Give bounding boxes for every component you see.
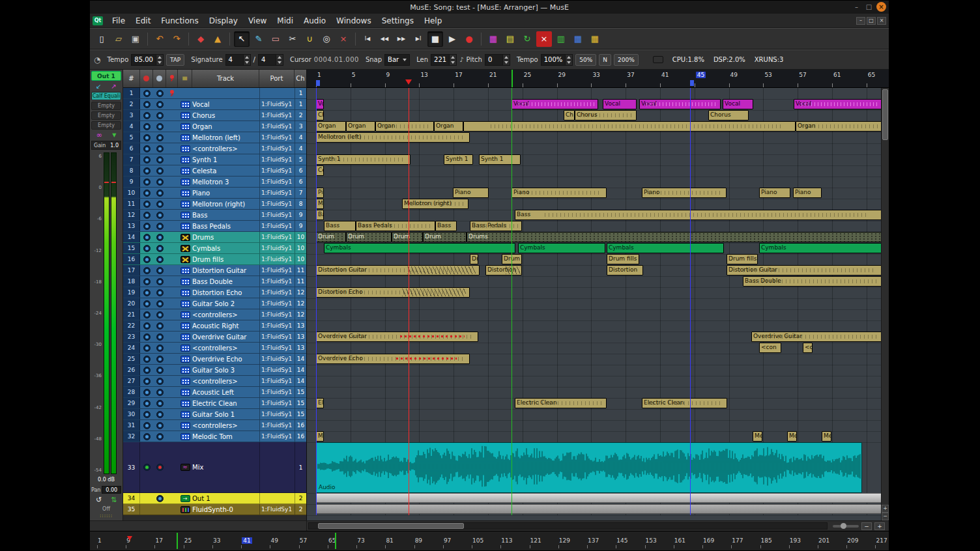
track-class-cell[interactable] [178, 278, 192, 285]
monitor-button[interactable] [153, 223, 166, 230]
horizontal-scrollbar-thumb[interactable] [318, 523, 464, 529]
track-port[interactable] [259, 442, 295, 492]
record-arm-button[interactable] [140, 422, 153, 429]
part-me[interactable]: Me [316, 199, 324, 209]
part-organ[interactable]: Organ [796, 121, 881, 132]
part-ch[interactable]: Ch [316, 110, 324, 120]
mixer-a-button[interactable]: ▦ [485, 31, 501, 47]
track-port[interactable]: 1:FluidSy1 [259, 199, 295, 209]
track-port[interactable]: 1:FluidSy1 [259, 132, 295, 143]
monitor-button[interactable] [153, 422, 166, 429]
track-channel[interactable]: 1 [295, 99, 306, 109]
menu-functions[interactable]: Functions [156, 15, 203, 27]
vzoom-in-button[interactable]: + [882, 505, 889, 513]
part-chorus[interactable]: Chorus [708, 110, 749, 120]
track-name[interactable]: Distortion Echo [192, 289, 259, 296]
cutter-tool-button[interactable]: ✂ [285, 31, 300, 47]
track-channel[interactable]: 2 [295, 493, 306, 503]
track-channel[interactable]: 4 [295, 132, 306, 143]
track-name[interactable]: <controllers> [192, 378, 259, 385]
part-distortion[interactable]: Distortion [485, 265, 522, 276]
part-el[interactable]: El [316, 398, 324, 408]
track-name[interactable]: Bass [192, 212, 259, 219]
part-mellotron-left-[interactable]: Mellotron (left) [316, 132, 470, 143]
track-name[interactable]: Bass Double [192, 278, 259, 285]
track-row-9[interactable]: 9Mellotron 31:FluidSy16 [123, 177, 306, 188]
monitor-button[interactable] [153, 333, 166, 341]
track-port[interactable] [259, 493, 295, 503]
hzoom-in-button[interactable]: + [874, 522, 885, 530]
monitor-button[interactable] [153, 112, 166, 119]
track-port[interactable]: 1:FluidSy1 [259, 376, 295, 386]
track-channel[interactable]: 7 [295, 188, 306, 198]
track-class-cell[interactable] [178, 367, 192, 374]
record-arm-button[interactable] [140, 267, 153, 274]
track-port[interactable]: 1:FluidSy1 [259, 387, 295, 397]
record-arm-button[interactable] [140, 167, 153, 175]
track-name[interactable]: Celesta [192, 167, 259, 175]
part-distortion-echo[interactable]: Distortion Echo [316, 287, 470, 298]
record-arm-button[interactable] [140, 400, 153, 407]
header-number[interactable]: # [123, 70, 140, 87]
track-class-cell[interactable] [178, 433, 192, 440]
play-button[interactable]: ▶ [444, 31, 460, 47]
monitor-button[interactable] [153, 245, 166, 252]
stop-button[interactable]: ■ [427, 31, 443, 47]
part-dr[interactable]: Dr [470, 254, 478, 264]
header-track[interactable]: Track [192, 70, 259, 87]
part-me[interactable]: Me [753, 431, 762, 442]
monitor-window-button[interactable]: ▥ [553, 31, 569, 47]
mute-tool-button[interactable]: × [336, 31, 351, 47]
track-channel[interactable]: 16 [295, 431, 306, 442]
titlebar[interactable]: MusE: Song: test - [MusE: Arranger] — Mu… [90, 1, 889, 14]
song-overview-ruler[interactable]: 1917253341495765738189971051131211291371… [90, 531, 889, 550]
record-arm-button[interactable] [140, 201, 153, 208]
monitor-button[interactable] [153, 134, 166, 141]
track-row-18[interactable]: 18Bass Double1:FluidSy111 [123, 276, 306, 287]
part-cymbals[interactable]: Cymbals [324, 243, 515, 253]
track-port[interactable]: 1:FluidSy1 [259, 354, 295, 364]
track-port[interactable]: 1:FluidSy1 [259, 343, 295, 353]
track-port[interactable]: 1:FluidSy1 [259, 154, 295, 165]
track-class-cell[interactable] [178, 356, 192, 363]
part-organ[interactable]: Organ [375, 121, 434, 132]
record-arm-button[interactable] [140, 178, 153, 186]
part-vo[interactable]: Vo [316, 99, 324, 109]
part-segment[interactable] [463, 121, 796, 132]
track-row-7[interactable]: 7Synth 11:FluidSy15 [123, 154, 306, 165]
part--c[interactable]: <c [803, 343, 813, 353]
sig-den-arrows[interactable] [276, 55, 283, 65]
track-name[interactable]: Mellotron (right) [192, 201, 259, 208]
record-arm-button[interactable] [140, 212, 153, 219]
new-song-button[interactable]: ▯ [94, 31, 109, 47]
track-name[interactable]: Electric Clean [192, 400, 259, 407]
track-channel[interactable]: 12 [295, 287, 306, 298]
monitor-button[interactable] [153, 464, 166, 471]
open-song-button[interactable]: ▱ [111, 31, 126, 47]
track-name[interactable]: Mellotron 3 [192, 178, 259, 186]
record-arm-button[interactable] [140, 223, 153, 230]
track-port[interactable]: 1:FluidSy1 [259, 143, 295, 154]
record-arm-button[interactable] [140, 134, 153, 141]
track-row-34[interactable]: 34→Out 12 [123, 493, 306, 504]
global-tempo-spinbox[interactable]: 100% [541, 54, 573, 66]
part-ba[interactable]: Ba [316, 210, 324, 220]
track-row-16[interactable]: 16Drum fills1:FluidSy110 [123, 254, 306, 265]
track-row-32[interactable]: 32Melodic Tom1:FluidSy116 [123, 431, 306, 442]
monitor-button[interactable] [153, 433, 166, 440]
track-row-22[interactable]: 22Acoustic Right1:FluidSy113 [123, 320, 306, 332]
track-channel[interactable]: 10 [295, 243, 306, 253]
maximize-button[interactable]: □ [864, 2, 874, 12]
sig-num-arrows[interactable] [243, 55, 250, 65]
track-port[interactable]: 1:FluidSy1 [259, 254, 295, 264]
part-drum[interactable]: Drum [392, 232, 423, 242]
track-class-cell[interactable] [178, 333, 192, 341]
track-port[interactable]: 1:FluidSy1 [259, 221, 295, 231]
track-class-cell[interactable] [178, 389, 192, 396]
track-channel[interactable]: 16 [295, 420, 306, 431]
menu-audio[interactable]: Audio [298, 15, 331, 27]
track-row-21[interactable]: 21<controllers>1:FluidSy112 [123, 309, 306, 320]
track-row-4[interactable]: 4Organ1:FluidSy13 [123, 121, 306, 132]
header-port[interactable]: Port [259, 70, 295, 87]
track-row-2[interactable]: 2Vocal1:FluidSy11 [123, 99, 306, 110]
